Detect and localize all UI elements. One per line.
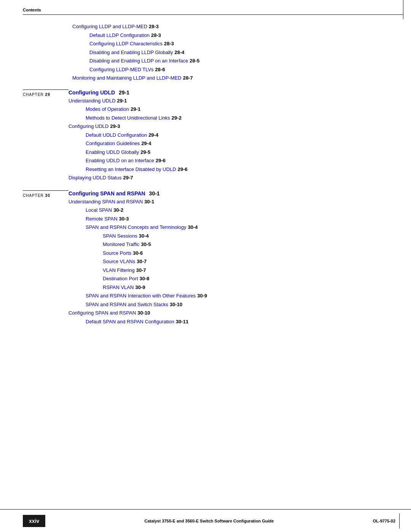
- list-item: Configuration Guidelines 29-4: [86, 140, 396, 147]
- toc-link[interactable]: Default LLDP Configuration: [89, 32, 150, 39]
- footer-page-label: xxiv: [29, 518, 39, 524]
- toc-link[interactable]: Default SPAN and RSPAN Configuration: [86, 318, 174, 326]
- list-item: Enabling UDLD on an Interface 29-6: [86, 157, 396, 165]
- chapter-label-text: HAPTER: [26, 93, 44, 97]
- toc-link[interactable]: Displaying UDLD Status: [68, 174, 121, 182]
- list-item: Modes of Operation 29-1: [86, 105, 396, 113]
- list-item: Enabling UDLD Globally 29-5: [86, 149, 396, 156]
- footer-book-title: Catalyst 3750-E and 3560-E Switch Softwa…: [45, 519, 373, 523]
- toc-link[interactable]: VLAN Filtering: [103, 267, 135, 274]
- page-number: 29-7: [123, 174, 133, 182]
- page-number: 29-6: [156, 157, 166, 165]
- page-number: 28-4: [174, 49, 184, 56]
- list-item: Remote SPAN 30-3: [86, 215, 396, 223]
- toc-link[interactable]: Destination Port: [103, 275, 138, 283]
- toc-content: Configuring LLDP and LLDP-MED 28-3 Defau…: [23, 23, 396, 502]
- toc-link[interactable]: Configuring LLDP-MED TLVs: [89, 66, 154, 73]
- list-item: Local SPAN 30-2: [86, 206, 396, 214]
- toc-link[interactable]: SPAN Sessions: [103, 232, 137, 240]
- page-number: 30-1: [144, 198, 154, 206]
- toc-link[interactable]: Local SPAN: [86, 206, 112, 214]
- toc-link[interactable]: RSPAN VLAN: [103, 284, 134, 291]
- list-item: Disabling and Enabling LLDP on an Interf…: [89, 57, 396, 65]
- page-number: 29-5: [140, 149, 150, 156]
- page-footer: xxiv Catalyst 3750-E and 3560-E Switch S…: [0, 509, 411, 532]
- toc-link[interactable]: Understanding SPAN and RSPAN: [68, 198, 143, 206]
- list-item: Default SPAN and RSPAN Configuration 30-…: [86, 318, 396, 326]
- page-number: 30-2: [113, 206, 123, 214]
- chapter-30-content: Configuring SPAN and RSPAN 30-1 Understa…: [68, 190, 396, 327]
- list-item: Configuring UDLD 29-3: [68, 123, 396, 130]
- page-number: 30-10: [170, 301, 182, 308]
- toc-link[interactable]: Monitoring and Maintaining LLDP and LLDP…: [72, 74, 182, 82]
- toc-link[interactable]: Methods to Detect Unidirectional Links: [86, 114, 170, 122]
- page-number: 29-1: [117, 97, 127, 105]
- chapter-divider: [23, 89, 68, 90]
- top-border-line: [23, 14, 403, 15]
- list-item: Source Ports 30-6: [103, 249, 396, 257]
- toc-link[interactable]: Modes of Operation: [86, 105, 129, 113]
- toc-link[interactable]: SPAN and RSPAN Interaction with Other Fe…: [86, 292, 196, 300]
- list-item: SPAN and RSPAN Interaction with Other Fe…: [86, 292, 396, 300]
- page-number: 30-3: [119, 215, 129, 223]
- list-item: Default LLDP Configuration 28-3: [89, 32, 396, 39]
- list-item: Monitoring and Maintaining LLDP and LLDP…: [72, 74, 396, 82]
- toc-link[interactable]: Configuring LLDP and LLDP-MED: [72, 23, 147, 30]
- toc-link[interactable]: Remote SPAN: [86, 215, 118, 223]
- toc-link[interactable]: Resetting an Interface Disabled by UDLD: [86, 166, 176, 173]
- toc-link[interactable]: Source VLANs: [103, 258, 135, 265]
- page-number: 29-4: [141, 140, 151, 147]
- footer-doc-num: OL-9775-02: [373, 513, 400, 529]
- chapter-title-link[interactable]: Configuring UDLD 29-1: [68, 89, 129, 96]
- list-item: SPAN Sessions 30-4: [103, 232, 396, 240]
- toc-link[interactable]: Understanding UDLD: [68, 97, 116, 105]
- footer-right-bar: [399, 513, 400, 529]
- chapter-number: 29: [45, 93, 50, 97]
- toc-link[interactable]: Disabling and Enabling LLDP Globally: [89, 49, 173, 56]
- toc-link[interactable]: Configuration Guidelines: [86, 140, 140, 147]
- page-number: 30-9: [197, 292, 207, 300]
- list-item: RSPAN VLAN 30-9: [103, 284, 396, 291]
- page-number: 30-8: [140, 275, 150, 283]
- list-item: Monitored Traffic 30-5: [103, 241, 396, 248]
- chapter-page-num: 29-1: [119, 89, 129, 96]
- chapter-29-section: CHAPTER 29 Configuring UDLD 29-1 Underst…: [23, 89, 396, 183]
- toc-link[interactable]: Disabling and Enabling LLDP on an Interf…: [89, 57, 188, 65]
- toc-link[interactable]: SPAN and RSPAN Concepts and Terminology: [86, 224, 186, 231]
- chapter-page-num: 30-1: [149, 190, 160, 197]
- list-item: SPAN and RSPAN Concepts and Terminology …: [86, 224, 396, 231]
- toc-link[interactable]: Source Ports: [103, 249, 131, 257]
- toc-link[interactable]: Configuring UDLD: [68, 123, 109, 130]
- chapter-divider: [23, 190, 68, 191]
- page-number: 29-4: [148, 131, 158, 139]
- page-number: 30-6: [133, 249, 143, 257]
- chapter-title-text: Configuring SPAN and RSPAN: [68, 190, 145, 197]
- chapter-title-text: Configuring UDLD: [68, 89, 115, 96]
- toc-link[interactable]: Configuring SPAN and RSPAN: [68, 309, 136, 317]
- page-number: 30-10: [137, 309, 150, 317]
- toc-link[interactable]: Default UDLD Configuration: [86, 131, 147, 139]
- page-number: 29-2: [172, 114, 182, 122]
- toc-link[interactable]: Enabling UDLD on an Interface: [86, 157, 154, 165]
- toc-link[interactable]: SPAN and RSPAN and Switch Stacks: [86, 301, 168, 308]
- list-item: Resetting an Interface Disabled by UDLD …: [86, 166, 396, 173]
- list-item: Source VLANs 30-7: [103, 258, 396, 265]
- list-item: Configuring LLDP Characteristics 28-3: [89, 40, 396, 48]
- chapter-29-content: Configuring UDLD 29-1 Understanding UDLD…: [68, 89, 396, 183]
- toc-link[interactable]: Monitored Traffic: [103, 241, 140, 248]
- page-number: 30-7: [136, 267, 146, 274]
- list-item: Understanding UDLD 29-1: [68, 97, 396, 105]
- page-number: 30-4: [139, 232, 149, 240]
- right-border-decoration: [403, 0, 403, 19]
- page-number: 28-3: [149, 23, 159, 30]
- toc-link[interactable]: Configuring LLDP Characteristics: [89, 40, 162, 48]
- page-number: 29-6: [178, 166, 188, 173]
- list-item: Methods to Detect Unidirectional Links 2…: [86, 114, 396, 122]
- chapter-left-col: CHAPTER 30: [23, 190, 68, 327]
- list-item: Default UDLD Configuration 29-4: [86, 131, 396, 139]
- chapter-title-link[interactable]: Configuring SPAN and RSPAN 30-1: [68, 190, 160, 197]
- list-item: SPAN and RSPAN and Switch Stacks 30-10: [86, 301, 396, 308]
- page-number: 29-3: [110, 123, 120, 130]
- page-number: 28-3: [164, 40, 174, 48]
- toc-link[interactable]: Enabling UDLD Globally: [86, 149, 139, 156]
